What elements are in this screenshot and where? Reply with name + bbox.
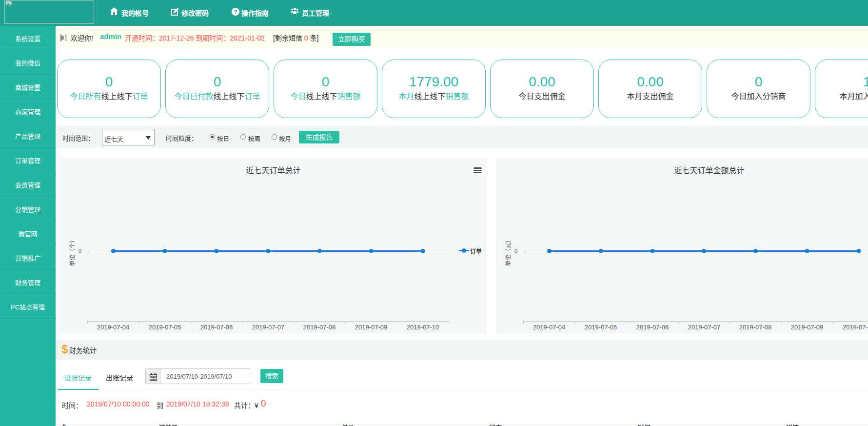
svg-text:?: ? (234, 9, 237, 15)
